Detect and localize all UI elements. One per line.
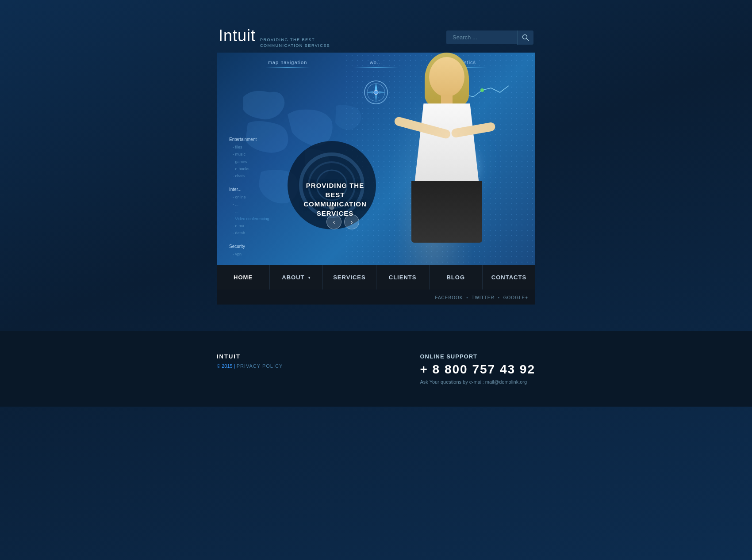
footer-brand: INTUIT (217, 353, 283, 360)
page-background: Intuit PROVIDING THE BEST COMMUNICATION … (0, 0, 752, 560)
social-dot-1: • (466, 295, 468, 300)
footer-left: INTUIT © 2015 | PRIVACY POLICY (217, 353, 283, 369)
nav-clients[interactable]: CLIENTS (376, 265, 430, 290)
woman-shirt (414, 103, 480, 192)
hero-text: PROVIDING THE BEST COMMUNICATION SERVICE… (299, 181, 372, 218)
nav-blog[interactable]: BLOG (430, 265, 483, 290)
social-bar: FACEBOOK • TWITTER • GOOGLE+ (217, 290, 535, 305)
search-input[interactable] (446, 30, 517, 44)
social-links: FACEBOOK • TWITTER • GOOGLE+ (435, 295, 528, 300)
tagline-line1: PROVIDING THE BEST (260, 37, 330, 43)
navigation-bar: HOME ABOUT ▾ SERVICES CLIENTS BLOG CONTA… (217, 265, 535, 290)
hero-headline: PROVIDING THE BEST COMMUNICATION SERVICE… (299, 181, 372, 218)
woman-figure-container (394, 53, 500, 243)
search-button[interactable] (517, 30, 533, 45)
search-area (446, 30, 533, 45)
woman-silhouette (407, 53, 487, 243)
footer-copyright: © 2015 | PRIVACY POLICY (217, 363, 283, 369)
main-wrapper: Intuit PROVIDING THE BEST COMMUNICATION … (217, 27, 535, 305)
facebook-link[interactable]: FACEBOOK (435, 295, 463, 300)
nav-services[interactable]: SERVICES (323, 265, 376, 290)
nav-about[interactable]: ABOUT ▾ (270, 265, 323, 290)
woman-head (429, 57, 464, 97)
svg-line-1 (527, 38, 529, 41)
header: Intuit PROVIDING THE BEST COMMUNICATION … (217, 27, 535, 48)
support-phone: + 8 800 757 43 92 (420, 362, 535, 377)
social-dot-2: • (498, 295, 500, 300)
logo-tagline: PROVIDING THE BEST COMMUNICATION SERVICE… (260, 37, 330, 48)
googleplus-link[interactable]: GOOGLE+ (503, 295, 528, 300)
logo-text: Intuit (219, 27, 256, 45)
footer-section: INTUIT © 2015 | PRIVACY POLICY ONLINE SU… (0, 331, 752, 407)
nav-contacts[interactable]: CONTACTS (483, 265, 535, 290)
support-email: Ask Your questions by e-mail: mail@demol… (420, 379, 535, 385)
footer-inner: INTUIT © 2015 | PRIVACY POLICY ONLINE SU… (217, 353, 535, 385)
hero-container: map navigation wo... statistics (217, 53, 535, 265)
privacy-policy-link[interactable]: PRIVACY POLICY (237, 363, 283, 369)
nav-home[interactable]: HOME (217, 265, 270, 290)
woman-skirt (411, 181, 482, 243)
tagline-line2: COMMUNICATION SERVICES (260, 43, 330, 49)
twitter-link[interactable]: TWITTER (472, 295, 494, 300)
search-icon (522, 34, 529, 41)
about-dropdown-arrow: ▾ (308, 276, 311, 280)
footer-right: ONLINE SUPPORT + 8 800 757 43 92 Ask You… (420, 353, 535, 385)
support-label: ONLINE SUPPORT (420, 353, 535, 360)
logo-area: Intuit PROVIDING THE BEST COMMUNICATION … (219, 27, 330, 48)
